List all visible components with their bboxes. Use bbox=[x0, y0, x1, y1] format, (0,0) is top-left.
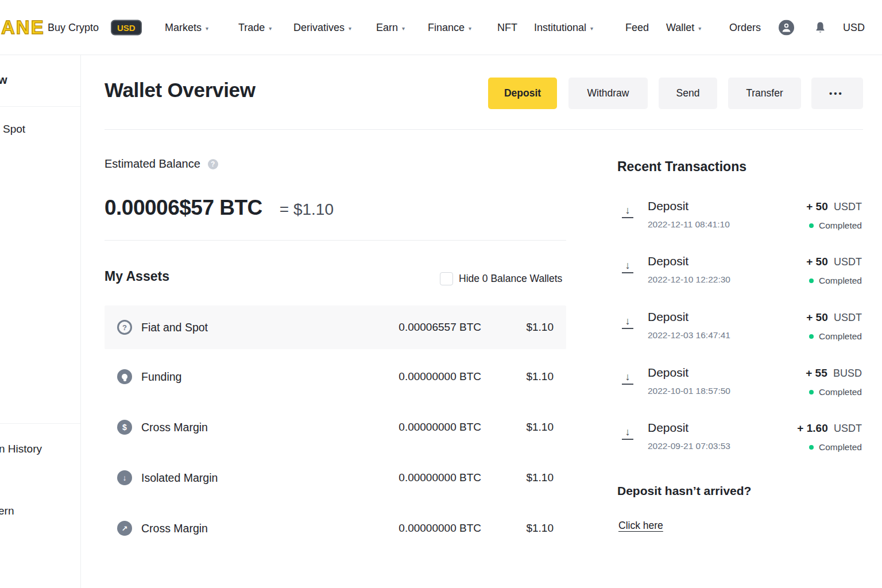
dollar-circle-icon bbox=[117, 420, 132, 435]
deposit-help-title: Deposit hasn’t arrived? bbox=[617, 484, 751, 498]
hide-zero-balance-toggle[interactable]: Hide 0 Balance Wallets bbox=[440, 272, 562, 285]
nav-item-label: Trade bbox=[238, 21, 265, 33]
divider bbox=[105, 240, 566, 241]
asset-row-cross-margin[interactable]: Cross Margin 0.00000000 BTC $1.10 bbox=[105, 405, 566, 449]
wallet-sidebar: w Spot n History ern bbox=[0, 55, 81, 588]
balance-amount: 0.00006$57 BTC bbox=[105, 196, 262, 220]
nav-item-trade[interactable]: Trade ▾ bbox=[238, 21, 272, 33]
nav-item-derivatives[interactable]: Derivatives ▾ bbox=[293, 21, 351, 33]
transaction-row[interactable]: Deposit 2022-10-01 18:57:50 + 55 BUSD Co… bbox=[617, 365, 863, 406]
amount-value: + 50 bbox=[806, 200, 828, 212]
user-circle-icon[interactable] bbox=[779, 20, 794, 35]
nav-item-nft[interactable]: NFT bbox=[497, 21, 517, 33]
send-button[interactable]: Send bbox=[659, 78, 717, 109]
buy-crypto-currency-badge[interactable]: USD bbox=[111, 20, 142, 35]
chevron-down-icon: ▾ bbox=[469, 25, 471, 31]
deposit-button[interactable]: Deposit bbox=[488, 78, 557, 109]
download-arrow-icon bbox=[622, 259, 633, 273]
question-circle-icon[interactable]: ? bbox=[208, 159, 218, 169]
nav-item-label: Orders bbox=[729, 21, 761, 33]
transaction-datetime: 2022-12-10 12:22:30 bbox=[648, 274, 730, 285]
transaction-status: Completed bbox=[809, 331, 862, 342]
download-arrow-icon bbox=[622, 370, 633, 385]
asset-btc-value: 0.00000000 BTC bbox=[399, 522, 481, 535]
status-dot-icon bbox=[809, 390, 814, 394]
nav-item-label: Finance bbox=[428, 21, 465, 33]
transaction-row[interactable]: Deposit 2022-12-11 08:41:10 + 50 USDT Co… bbox=[617, 198, 863, 239]
binance-wallet-overview-page: ANE Buy Crypto USD Markets ▾ Trade ▾ Der… bbox=[0, 0, 882, 588]
nav-item-orders[interactable]: Orders bbox=[729, 21, 761, 33]
amount-value: + 55 bbox=[806, 367, 827, 379]
transaction-datetime: 2022-12-11 08:41:10 bbox=[648, 219, 730, 230]
transaction-row[interactable]: Deposit 2022-09-21 07:03:53 + 1.60 USDT … bbox=[617, 420, 863, 461]
binance-logo[interactable]: ANE bbox=[1, 17, 45, 38]
my-assets-title: My Assets bbox=[105, 269, 169, 284]
chevron-down-icon: ▾ bbox=[590, 25, 593, 31]
nav-item-wallet[interactable]: Wallet ▾ bbox=[666, 21, 701, 33]
withdraw-button[interactable]: Withdraw bbox=[568, 78, 648, 109]
amount-value: + 1.60 bbox=[797, 422, 827, 434]
nav-item-earn[interactable]: Earn ▾ bbox=[376, 21, 405, 33]
deposit-help-link[interactable]: Click here bbox=[618, 520, 663, 532]
arrow-down-circle-icon bbox=[117, 470, 132, 485]
amount-currency: USDT bbox=[834, 256, 862, 268]
nav-item-label: Wallet bbox=[666, 21, 694, 33]
amount-value: + 50 bbox=[806, 256, 828, 268]
asset-usd-value: $1.10 bbox=[526, 421, 554, 434]
page-title: Wallet Overview bbox=[105, 79, 256, 102]
nav-item-feed[interactable]: Feed bbox=[625, 21, 649, 33]
transaction-datetime: 2022-12-03 16:47:41 bbox=[648, 330, 730, 341]
status-dot-icon bbox=[809, 334, 814, 339]
asset-row-cross-margin-2[interactable]: Cross Margin 0.00000000 BTC $1.10 bbox=[105, 506, 566, 550]
sidebar-item-earn[interactable]: ern bbox=[0, 505, 14, 517]
nav-currency-selector[interactable]: USD bbox=[843, 21, 865, 33]
top-nav: ANE Buy Crypto USD Markets ▾ Trade ▾ Der… bbox=[0, 0, 882, 55]
transaction-status: Completed bbox=[809, 220, 862, 231]
asset-usd-value: $1.10 bbox=[526, 522, 554, 535]
amount-currency: BUSD bbox=[833, 368, 862, 379]
chevron-down-icon: ▾ bbox=[349, 25, 351, 31]
download-arrow-icon bbox=[622, 425, 633, 440]
amount-currency: USDT bbox=[834, 312, 862, 323]
status-label: Completed bbox=[819, 387, 862, 397]
chevron-down-icon: ▾ bbox=[402, 25, 405, 31]
nav-item-label: Earn bbox=[376, 21, 398, 33]
transaction-amount: + 50 USDT bbox=[806, 256, 862, 268]
nav-item-markets[interactable]: Markets ▾ bbox=[165, 21, 208, 33]
nav-item-buy-crypto[interactable]: Buy Crypto bbox=[48, 21, 99, 33]
transaction-row[interactable]: Deposit 2022-12-10 12:22:30 + 50 USDT Co… bbox=[617, 253, 863, 295]
status-label: Completed bbox=[819, 220, 862, 231]
download-arrow-icon bbox=[622, 204, 633, 218]
more-actions-button[interactable]: ••• bbox=[811, 78, 863, 109]
bell-icon[interactable] bbox=[815, 21, 826, 34]
status-label: Completed bbox=[819, 442, 862, 452]
sidebar-item-spot[interactable]: Spot bbox=[3, 123, 25, 136]
status-label: Completed bbox=[819, 331, 862, 342]
transaction-row[interactable]: Deposit 2022-12-03 16:47:41 + 50 USDT Co… bbox=[617, 309, 863, 350]
asset-usd-value: $1.10 bbox=[526, 471, 554, 484]
checkbox[interactable] bbox=[440, 272, 453, 285]
status-dot-icon bbox=[809, 278, 814, 283]
asset-row-funding[interactable]: Funding 0.00000000 BTC $1.10 bbox=[105, 355, 566, 399]
nav-item-institutional[interactable]: Institutional ▾ bbox=[534, 21, 593, 33]
asset-row-isolated-margin[interactable]: Isolated Margin 0.00000000 BTC $1.10 bbox=[105, 456, 566, 500]
hide-zero-balance-label: Hide 0 Balance Wallets bbox=[459, 273, 562, 285]
amount-currency: USDT bbox=[834, 423, 862, 434]
nav-item-label: Feed bbox=[625, 21, 649, 33]
transaction-status: Completed bbox=[809, 442, 862, 452]
status-label: Completed bbox=[819, 276, 862, 286]
asset-usd-value: $1.10 bbox=[526, 370, 554, 383]
asset-btc-value: 0.00000000 BTC bbox=[399, 421, 481, 434]
sidebar-item-transaction-history[interactable]: n History bbox=[0, 443, 42, 455]
transaction-amount: + 50 USDT bbox=[806, 311, 862, 324]
asset-name: Cross Margin bbox=[141, 421, 208, 434]
nav-item-finance[interactable]: Finance ▾ bbox=[428, 21, 471, 33]
transfer-button[interactable]: Transfer bbox=[728, 78, 801, 109]
sidebar-item-overview[interactable]: w bbox=[0, 74, 7, 87]
rocket-circle-icon bbox=[117, 521, 132, 536]
transaction-type: Deposit bbox=[648, 199, 688, 213]
transaction-amount: + 55 BUSD bbox=[806, 367, 862, 380]
asset-name: Isolated Margin bbox=[141, 471, 218, 485]
funding-bulb-icon bbox=[117, 369, 132, 384]
asset-row-fiat-and-spot[interactable]: Fiat and Spot 0.00006557 BTC $1.10 bbox=[105, 305, 566, 349]
